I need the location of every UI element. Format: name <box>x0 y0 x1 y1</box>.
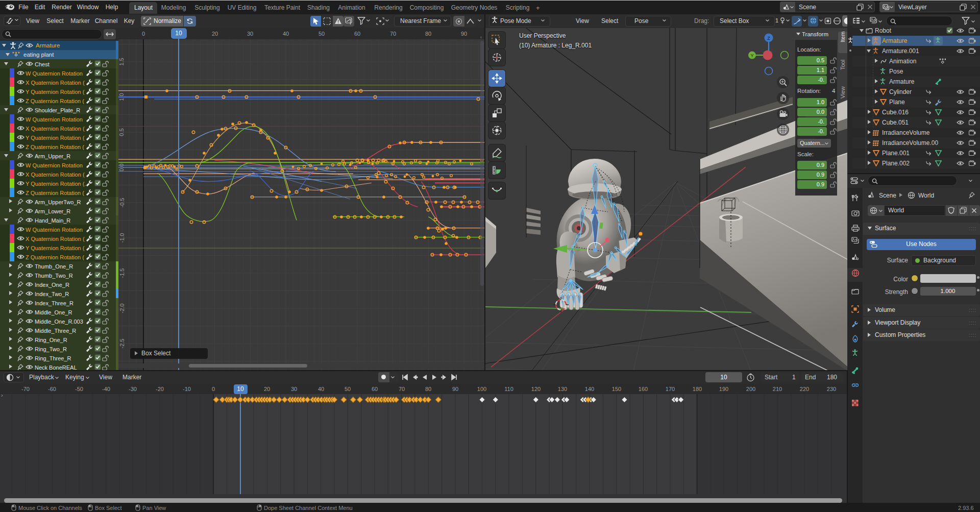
svg-text:Z: Z <box>767 36 770 41</box>
svg-text:Y: Y <box>750 53 753 58</box>
